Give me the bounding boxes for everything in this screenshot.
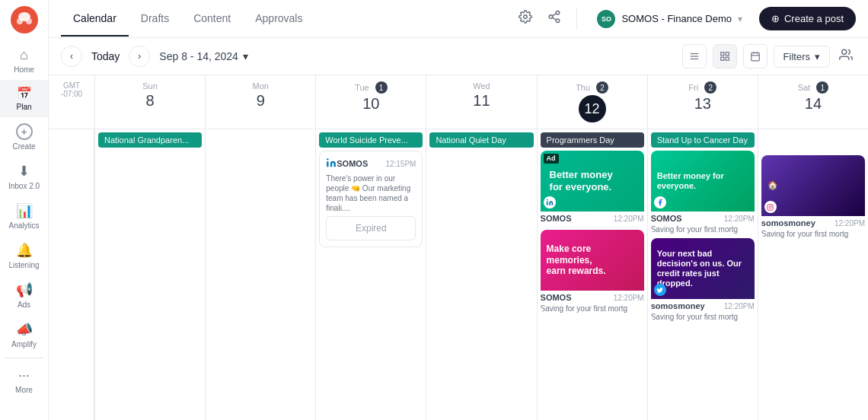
tab-content[interactable]: Content: [181, 2, 243, 37]
sidebar-item-label: Analytics: [8, 221, 39, 230]
sidebar-item-label: Inbox 2.0: [8, 182, 40, 190]
plus-icon: ⊕: [771, 13, 780, 24]
svg-point-4: [524, 15, 528, 19]
svg-rect-14: [726, 52, 729, 56]
day-header-thu: Thu 2 12: [537, 75, 647, 129]
sidebar-item-more[interactable]: ··· More: [0, 361, 48, 400]
day-header-fri: Fri 2 13: [647, 75, 758, 129]
linkedin-icon: [326, 158, 337, 170]
plan-icon: 📅: [17, 86, 32, 100]
header-actions: SO SOMOS - Finance Demo ▾ ⊕ Create a pos…: [515, 7, 856, 31]
svg-rect-13: [720, 52, 723, 56]
chevron-down-icon: ▾: [738, 14, 742, 24]
tab-approvals[interactable]: Approvals: [243, 2, 314, 37]
svg-rect-22: [327, 161, 328, 167]
user-filter-button[interactable]: [836, 45, 856, 68]
svg-point-3: [26, 18, 32, 24]
fri-post-1-info: SOMOS 12:20PM: [651, 212, 755, 225]
header: Calendar Drafts Content Approvals SO SOM…: [49, 0, 868, 38]
world-suicide-holiday[interactable]: World Suicide Preve...: [319, 132, 423, 148]
svg-rect-24: [546, 202, 547, 205]
sat-post-1[interactable]: 🏠 somosmoney 12:20PM Saving for your fir…: [761, 155, 865, 238]
expired-label: Expired: [326, 216, 416, 240]
thu-post-1[interactable]: Ad Better moneyfor everyone. SOMOS 12:20…: [541, 151, 644, 225]
svg-point-7: [557, 19, 560, 23]
sidebar-item-label: Amplify: [11, 340, 37, 348]
fri-badge: 2: [704, 81, 716, 94]
fri-post-2[interactable]: Your next bad decision's on us. Our cred…: [651, 238, 755, 321]
sat-badge: 1: [816, 81, 828, 94]
post-text: There's power in our people 🤜 Our market…: [326, 173, 416, 213]
calendar-body: National Grandparen... World Suicide Pre…: [49, 129, 868, 420]
prev-week-button[interactable]: ‹: [61, 46, 82, 67]
time-column: [49, 129, 94, 420]
tab-drafts[interactable]: Drafts: [129, 2, 181, 37]
day-header-wed: Wed 11: [426, 75, 536, 129]
account-selector[interactable]: SO SOMOS - Finance Demo ▾: [589, 7, 750, 31]
cal-col-thu: Programmers Day Ad Better moneyfor every…: [537, 129, 647, 420]
grid-view-button[interactable]: [713, 44, 737, 68]
account-name: SOMOS - Finance Demo: [621, 13, 732, 24]
stand-up-cancer-holiday[interactable]: Stand Up to Cancer Day: [651, 132, 755, 148]
sidebar-item-inbox[interactable]: ⬇ Inbox 2.0: [0, 157, 48, 196]
fri-post-1[interactable]: Better money for everyone. SOMOS 12:20PM…: [651, 151, 755, 234]
sidebar-item-analytics[interactable]: 📊 Analytics: [0, 196, 48, 236]
svg-rect-17: [751, 52, 759, 61]
sidebar-item-plan[interactable]: 📅 Plan: [0, 80, 48, 117]
create-post-button[interactable]: ⊕ Create a post: [759, 7, 856, 30]
fri-post-2-info: somosmoney 12:20PM: [651, 299, 755, 313]
more-icon: ···: [18, 368, 30, 383]
calendar-view-button[interactable]: [743, 44, 767, 68]
filters-button[interactable]: Filters ▾: [774, 46, 830, 68]
svg-point-25: [546, 199, 547, 201]
sidebar-divider: [5, 358, 43, 358]
sidebar-item-label: Ads: [18, 301, 30, 309]
cal-col-wed: National Quiet Day: [426, 129, 536, 420]
settings-button[interactable]: [515, 7, 535, 30]
svg-rect-16: [726, 57, 729, 60]
logo[interactable]: [11, 6, 38, 37]
sidebar-item-label: Home: [14, 65, 34, 74]
sidebar-item-create[interactable]: + Create: [0, 117, 48, 157]
sat-post-1-caption: Saving for your first mortg: [761, 230, 865, 238]
svg-rect-26: [767, 204, 774, 210]
share-button[interactable]: [544, 7, 564, 30]
sidebar-item-ads[interactable]: 📢 Ads: [0, 275, 48, 315]
list-view-button[interactable]: [682, 44, 707, 68]
sidebar-item-label: Listening: [8, 261, 39, 269]
sat-post-1-info: somosmoney 12:20PM: [761, 216, 865, 230]
today-button[interactable]: Today: [91, 50, 120, 62]
svg-line-8: [553, 18, 557, 20]
fri-post-1-caption: Saving for your first mortg: [651, 225, 755, 234]
calendar-header: GMT -07:00 Sun 8 Mon 9 Tue 1 10 Wed 11: [49, 75, 868, 129]
national-quiet-day-holiday[interactable]: National Quiet Day: [429, 132, 533, 148]
programmers-day-holiday[interactable]: Programmers Day: [541, 132, 644, 148]
thu-post-2[interactable]: Make corememories,earn rewards. SOMOS 12…: [541, 230, 644, 313]
national-grandparents-holiday[interactable]: National Grandparen...: [98, 132, 202, 148]
post-account-somos: SOMOS: [337, 159, 368, 168]
tab-calendar[interactable]: Calendar: [61, 2, 129, 37]
date-range-selector[interactable]: Sep 8 - 14, 2024 ▾: [159, 50, 248, 62]
sidebar-item-home[interactable]: ⌂ Home: [0, 41, 48, 80]
account-avatar: SO: [597, 10, 615, 28]
post-time: 12:15PM: [385, 160, 416, 168]
analytics-icon: 📊: [16, 202, 33, 219]
fri-post-2-caption: Saving for your first mortg: [651, 313, 755, 321]
chevron-down-icon: ▾: [815, 51, 820, 62]
linkedin-post-card[interactable]: SOMOS 12:15PM There's power in our peopl…: [319, 151, 423, 247]
thu-post-2-info: SOMOS 12:20PM: [541, 291, 644, 304]
day-header-sun: Sun 8: [94, 75, 205, 129]
sidebar: ⌂ Home 📅 Plan + Create ⬇ Inbox 2.0 📊 Ana…: [0, 0, 49, 420]
chevron-down-icon: ▾: [243, 50, 248, 62]
sidebar-item-listening[interactable]: 🔔 Listening: [0, 236, 48, 275]
sidebar-item-label: Plan: [16, 103, 31, 111]
next-week-button[interactable]: ›: [129, 46, 150, 67]
sidebar-item-amplify[interactable]: 📣 Amplify: [0, 315, 48, 355]
cal-col-mon: [205, 129, 315, 420]
svg-point-6: [550, 15, 554, 19]
calendar: GMT -07:00 Sun 8 Mon 9 Tue 1 10 Wed 11: [49, 75, 868, 420]
nav-tabs: Calendar Drafts Content Approvals: [61, 2, 515, 37]
sidebar-item-label: More: [15, 386, 33, 394]
amplify-icon: 📣: [16, 321, 33, 338]
toolbar: ‹ Today › Sep 8 - 14, 2024 ▾ Filters ▾: [49, 38, 868, 75]
